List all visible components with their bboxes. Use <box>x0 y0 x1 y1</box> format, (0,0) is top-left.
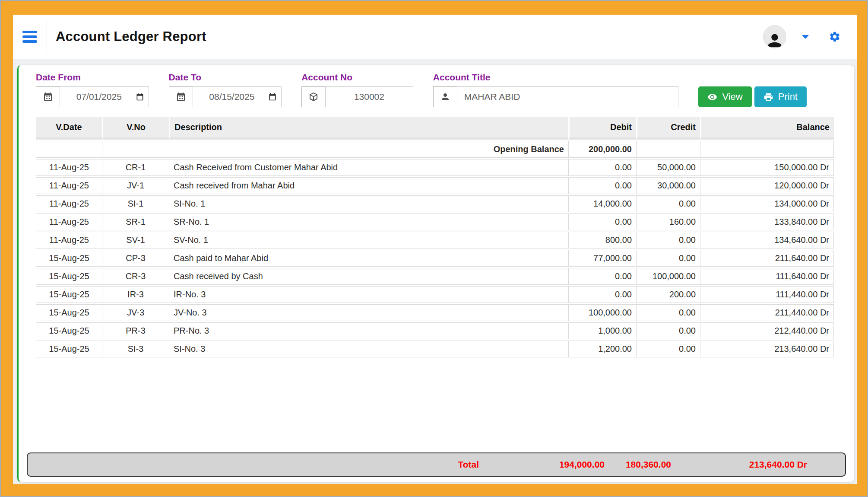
ledger-row: 11-Aug-25 SI-1 SI-No. 1 14,000.00 0.00 1… <box>36 195 834 212</box>
date-to-field: Date To 08/15/2025 <box>169 72 282 107</box>
col-vno: V.No <box>102 117 169 140</box>
total-balance: 213,640.00 Dr <box>671 459 807 470</box>
cell-debit: 800.00 <box>568 232 636 248</box>
cell-description: SR-No. 1 <box>169 213 568 230</box>
page-title: Account Ledger Report <box>56 29 206 45</box>
cell-vdate: 15-Aug-25 <box>36 286 102 303</box>
cell-credit: 0.00 <box>636 304 700 321</box>
cell-credit: 0.00 <box>636 341 700 357</box>
filter-bar: Date From 07/01/2025 <box>36 72 832 107</box>
cell-balance: 134,000.00 Dr <box>700 195 834 212</box>
cell-vno: SI-3 <box>102 341 169 357</box>
cell-vdate: 15-Aug-25 <box>36 250 102 267</box>
table-header-row: V.Date V.No Description Debit Credit Bal… <box>36 117 834 140</box>
account-no-input[interactable]: 130002 <box>325 86 413 107</box>
col-description: Description <box>169 117 568 140</box>
main-area: Date From 07/01/2025 <box>13 59 857 484</box>
cell-vdate: 15-Aug-25 <box>36 341 102 357</box>
cell-vdate: 11-Aug-25 <box>36 159 102 176</box>
cell-credit: 100,000.00 <box>636 268 700 285</box>
cell-balance: 134,640.00 Dr <box>700 232 834 248</box>
cell-balance: 111,440.00 Dr <box>700 286 834 303</box>
cell-balance: 211,640.00 Dr <box>700 250 834 267</box>
cell-credit: 200.00 <box>636 286 700 303</box>
ledger-row: 15-Aug-25 JV-3 JV-No. 3 100,000.00 0.00 … <box>36 304 834 321</box>
cell-description: Cash received by Cash <box>169 268 568 285</box>
date-to-input[interactable]: 08/15/2025 <box>193 86 282 107</box>
cell-debit: 0.00 <box>568 286 636 303</box>
gear-icon[interactable] <box>829 31 841 43</box>
account-no-label: Account No <box>301 72 413 83</box>
account-title-field: Account Title MAHAR ABID <box>433 72 679 107</box>
total-credit: 180,360.00 <box>605 459 671 470</box>
cell-debit: 14,000.00 <box>568 195 636 212</box>
date-picker-icon[interactable] <box>268 92 277 101</box>
cell-credit: 30,000.00 <box>636 177 700 194</box>
calendar-icon <box>169 86 193 107</box>
ledger-row: 15-Aug-25 CR-3 Cash received by Cash 0.0… <box>36 268 834 285</box>
cell-description: IR-No. 3 <box>169 286 568 303</box>
cell-description: PR-No. 3 <box>169 322 568 339</box>
cell-balance: 211,440.00 Dr <box>700 304 834 321</box>
opening-balance-row: Opening Balance 200,000.00 <box>36 141 834 158</box>
account-no-field: Account No 130002 <box>301 72 413 107</box>
date-from-label: Date From <box>36 72 149 83</box>
cell-vdate: 15-Aug-25 <box>36 268 102 285</box>
cell-debit: 100,000.00 <box>568 304 636 321</box>
cell-description: Cash paid to Mahar Abid <box>169 250 568 267</box>
chevron-down-icon[interactable] <box>802 35 809 39</box>
cell-vno: PR-3 <box>102 322 169 339</box>
print-button[interactable]: Print <box>754 86 807 107</box>
cell-vno: SV-1 <box>102 232 169 248</box>
app-surface: Account Ledger Report Date From <box>13 15 857 484</box>
cell-vdate: 11-Aug-25 <box>36 177 102 194</box>
ledger-row: 11-Aug-25 SV-1 SV-No. 1 800.00 0.00 134,… <box>36 232 834 248</box>
ledger-row: 11-Aug-25 JV-1 Cash received from Mahar … <box>36 177 834 194</box>
cell-balance: 111,640.00 Dr <box>700 268 834 285</box>
cell-debit: 0.00 <box>568 268 636 285</box>
cell-debit: 0.00 <box>568 159 636 176</box>
cell-credit: 160.00 <box>636 213 700 230</box>
header-actions <box>763 25 841 48</box>
printer-icon <box>763 92 773 102</box>
ledger-table-wrap: V.Date V.No Description Debit Credit Bal… <box>36 116 832 359</box>
ledger-row: 11-Aug-25 SR-1 SR-No. 1 0.00 160.00 133,… <box>36 213 834 230</box>
cell-vno: JV-1 <box>102 177 169 194</box>
action-buttons: View Print <box>698 86 807 107</box>
ledger-table: V.Date V.No Description Debit Credit Bal… <box>36 116 834 359</box>
col-balance: Balance <box>700 117 834 140</box>
person-icon <box>765 31 785 48</box>
cell-description: SI-No. 3 <box>169 341 568 357</box>
cell-credit: 0.00 <box>636 322 700 339</box>
cell-description: Cash received from Mahar Abid <box>169 177 568 194</box>
menu-icon[interactable] <box>22 31 37 43</box>
top-bar: Account Ledger Report <box>13 15 857 59</box>
cell-vno: JV-3 <box>102 304 169 321</box>
cell-balance: 213,640.00 Dr <box>700 341 834 357</box>
col-credit: Credit <box>636 117 700 140</box>
account-title-input[interactable]: MAHAR ABID <box>457 86 679 107</box>
total-label: Total <box>28 459 479 470</box>
cell-vno: CP-3 <box>102 250 169 267</box>
cell-debit: 77,000.00 <box>568 250 636 267</box>
total-debit: 194,000.00 <box>479 459 605 470</box>
report-panel: Date From 07/01/2025 <box>17 65 855 482</box>
cell-credit: 0.00 <box>636 250 700 267</box>
cell-vdate: 15-Aug-25 <box>36 322 102 339</box>
cube-icon <box>301 86 326 107</box>
cell-balance: 120,000.00 Dr <box>700 177 834 194</box>
cell-balance: 133,840.00 Dr <box>700 213 834 230</box>
cell-debit: 1,200.00 <box>568 341 636 357</box>
ledger-row: 15-Aug-25 IR-3 IR-No. 3 0.00 200.00 111,… <box>36 286 834 303</box>
cell-credit: 0.00 <box>636 195 700 212</box>
cell-debit: 0.00 <box>568 177 636 194</box>
view-button[interactable]: View <box>698 86 751 107</box>
date-from-input[interactable]: 07/01/2025 <box>60 86 149 107</box>
spacer <box>19 359 854 452</box>
user-avatar[interactable] <box>763 25 786 48</box>
date-picker-icon[interactable] <box>136 92 144 101</box>
cell-description: SI-No. 1 <box>169 195 568 212</box>
cell-vdate: 11-Aug-25 <box>36 213 102 230</box>
total-bar: Total 194,000.00 180,360.00 213,640.00 D… <box>27 452 846 477</box>
cell-vdate: 11-Aug-25 <box>36 195 102 212</box>
